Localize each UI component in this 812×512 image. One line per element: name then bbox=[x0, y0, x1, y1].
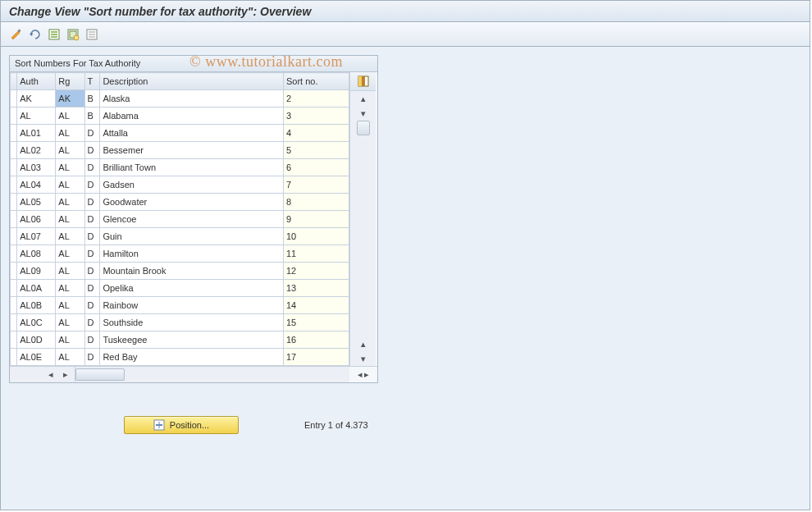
row-selector-header[interactable] bbox=[11, 73, 17, 90]
row-selector[interactable] bbox=[11, 297, 17, 314]
table-row[interactable]: AL06ALDGlencoe9 bbox=[11, 211, 349, 228]
col-header-t[interactable]: T bbox=[84, 73, 100, 90]
table-row[interactable]: AL09ALDMountain Brook12 bbox=[11, 263, 349, 280]
row-selector[interactable] bbox=[11, 245, 17, 263]
cell-sort-no[interactable]: 12 bbox=[283, 263, 349, 280]
cell-sort-no[interactable]: 15 bbox=[283, 314, 349, 331]
cell-sort-no[interactable]: 9 bbox=[283, 211, 349, 228]
cell-rg[interactable]: AL bbox=[56, 280, 84, 297]
cell-rg[interactable]: AK bbox=[56, 90, 84, 107]
cell-rg[interactable]: AL bbox=[56, 211, 84, 228]
scroll-thumb[interactable] bbox=[357, 121, 370, 135]
cell-description[interactable]: Brilliant Town bbox=[100, 159, 284, 176]
cell-auth[interactable]: AL0C bbox=[17, 314, 56, 331]
cell-sort-no[interactable]: 17 bbox=[283, 349, 349, 366]
cell-sort-no[interactable]: 8 bbox=[283, 194, 349, 211]
cell-description[interactable]: Gadsen bbox=[100, 176, 284, 194]
hscroll-track[interactable] bbox=[75, 367, 349, 382]
cell-sort-no[interactable]: 5 bbox=[283, 142, 349, 159]
hscroll-right-lead-icon[interactable]: ▸ bbox=[58, 369, 73, 380]
cell-t[interactable]: D bbox=[84, 211, 100, 228]
cell-sort-no[interactable]: 3 bbox=[283, 107, 349, 125]
cell-sort-no[interactable]: 13 bbox=[283, 280, 349, 297]
cell-auth[interactable]: AL02 bbox=[17, 142, 56, 159]
cell-auth[interactable]: AL01 bbox=[17, 125, 56, 142]
cell-description[interactable]: Opelika bbox=[100, 280, 284, 297]
table-row[interactable]: AL03ALDBrilliant Town6 bbox=[11, 159, 349, 176]
table-row[interactable]: ALALBAlabama3 bbox=[11, 107, 349, 125]
hscroll-left-icon[interactable]: ◂ bbox=[43, 369, 58, 380]
cell-description[interactable]: Hamilton bbox=[100, 245, 284, 263]
col-header-desc[interactable]: Description bbox=[100, 73, 284, 90]
cell-description[interactable]: Alaska bbox=[100, 90, 284, 107]
configure-columns-icon[interactable] bbox=[350, 72, 376, 91]
cell-auth[interactable]: AL08 bbox=[17, 245, 56, 263]
cell-description[interactable]: Red Bay bbox=[100, 349, 284, 366]
cell-t[interactable]: D bbox=[84, 331, 100, 349]
cell-rg[interactable]: AL bbox=[56, 349, 84, 366]
row-selector[interactable] bbox=[11, 125, 17, 142]
table-row[interactable]: AL02ALDBessemer5 bbox=[11, 142, 349, 159]
table-row[interactable]: AL0BALDRainbow14 bbox=[11, 297, 349, 314]
hscroll-left-end-icon[interactable]: ◂ bbox=[358, 369, 363, 380]
cell-auth[interactable]: AL06 bbox=[17, 211, 56, 228]
hscroll-right-end-icon[interactable]: ▸ bbox=[364, 369, 369, 380]
cell-sort-no[interactable]: 10 bbox=[283, 228, 349, 245]
table-row[interactable]: AKAKBAlaska2 bbox=[11, 90, 349, 107]
cell-description[interactable]: Alabama bbox=[100, 107, 284, 125]
row-selector[interactable] bbox=[11, 176, 17, 194]
position-button[interactable]: Position... bbox=[124, 416, 239, 434]
cell-description[interactable]: Guin bbox=[100, 228, 284, 245]
row-selector[interactable] bbox=[11, 314, 17, 331]
vertical-scrollbar[interactable]: ▴ ▾ ▴ ▾ bbox=[350, 91, 376, 366]
cell-sort-no[interactable]: 16 bbox=[283, 331, 349, 349]
cell-sort-no[interactable]: 7 bbox=[283, 176, 349, 194]
cell-description[interactable]: Glencoe bbox=[100, 211, 284, 228]
cell-rg[interactable]: AL bbox=[56, 314, 84, 331]
horizontal-scrollbar[interactable]: ◂ ▸ ◂ ▸ bbox=[10, 366, 377, 382]
row-selector[interactable] bbox=[11, 331, 17, 349]
table-row[interactable]: AL0CALDSouthside15 bbox=[11, 314, 349, 331]
table-row[interactable]: AL07ALDGuin10 bbox=[11, 228, 349, 245]
cell-rg[interactable]: AL bbox=[56, 125, 84, 142]
cell-description[interactable]: Mountain Brook bbox=[100, 263, 284, 280]
cell-auth[interactable]: AL05 bbox=[17, 194, 56, 211]
cell-auth[interactable]: AL07 bbox=[17, 228, 56, 245]
cell-auth[interactable]: AL09 bbox=[17, 263, 56, 280]
cell-description[interactable]: Goodwater bbox=[100, 194, 284, 211]
cell-rg[interactable]: AL bbox=[56, 331, 84, 349]
cell-auth[interactable]: AL0B bbox=[17, 297, 56, 314]
cell-auth[interactable]: AL0A bbox=[17, 280, 56, 297]
row-selector[interactable] bbox=[11, 263, 17, 280]
cell-rg[interactable]: AL bbox=[56, 228, 84, 245]
cell-t[interactable]: D bbox=[84, 297, 100, 314]
toggle-display-change-icon[interactable] bbox=[7, 25, 25, 43]
scroll-down-small-icon[interactable]: ▾ bbox=[350, 106, 376, 121]
cell-rg[interactable]: AL bbox=[56, 107, 84, 125]
row-selector[interactable] bbox=[11, 228, 17, 245]
undo-change-icon[interactable] bbox=[26, 25, 44, 43]
cell-sort-no[interactable]: 14 bbox=[283, 297, 349, 314]
row-selector[interactable] bbox=[11, 194, 17, 211]
cell-t[interactable]: D bbox=[84, 159, 100, 176]
cell-rg[interactable]: AL bbox=[56, 297, 84, 314]
row-selector[interactable] bbox=[11, 90, 17, 107]
cell-sort-no[interactable]: 4 bbox=[283, 125, 349, 142]
scroll-track[interactable] bbox=[350, 121, 376, 336]
deselect-all-icon[interactable] bbox=[83, 25, 101, 43]
cell-t[interactable]: B bbox=[84, 107, 100, 125]
cell-rg[interactable]: AL bbox=[56, 263, 84, 280]
cell-auth[interactable]: AK bbox=[17, 90, 56, 107]
select-all-icon[interactable] bbox=[45, 25, 63, 43]
cell-t[interactable]: D bbox=[84, 280, 100, 297]
table-row[interactable]: AL04ALDGadsen7 bbox=[11, 176, 349, 194]
cell-description[interactable]: Rainbow bbox=[100, 297, 284, 314]
cell-rg[interactable]: AL bbox=[56, 245, 84, 263]
col-header-auth[interactable]: Auth bbox=[17, 73, 56, 90]
col-header-rg[interactable]: Rg bbox=[56, 73, 84, 90]
cell-t[interactable]: D bbox=[84, 349, 100, 366]
cell-description[interactable]: Tuskeegee bbox=[100, 331, 284, 349]
table-row[interactable]: AL0EALDRed Bay17 bbox=[11, 349, 349, 366]
cell-description[interactable]: Southside bbox=[100, 314, 284, 331]
cell-t[interactable]: D bbox=[84, 263, 100, 280]
